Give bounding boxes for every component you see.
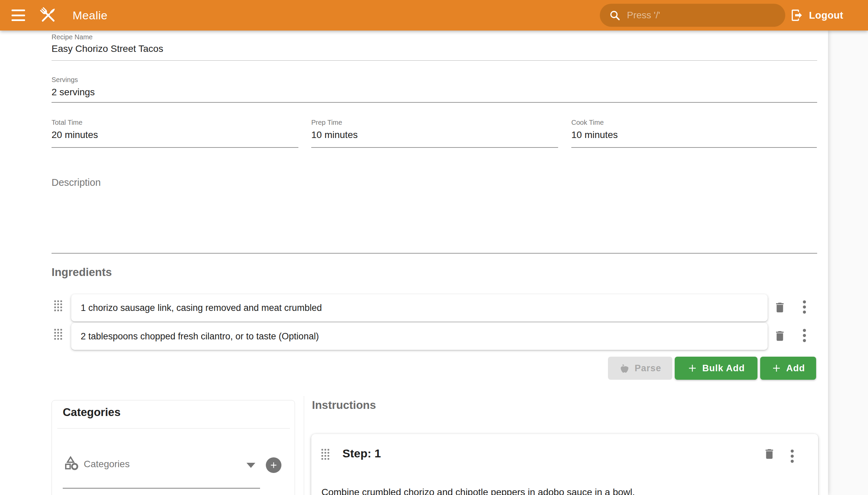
categories-select-underline bbox=[63, 488, 260, 489]
prep-time-label: Prep Time bbox=[311, 119, 342, 126]
logout-label: Logout bbox=[809, 10, 843, 21]
recipe-editor-card: Recipe Name Easy Chorizo Street Tacos Se… bbox=[0, 31, 828, 495]
drag-handle-icon[interactable] bbox=[54, 329, 62, 340]
search-input[interactable]: Press '/' bbox=[600, 4, 785, 27]
add-ingredient-button[interactable]: Add bbox=[760, 357, 816, 380]
step-card: Step: 1 Combine crumbled chorizo and chi… bbox=[311, 434, 818, 495]
cook-time-label: Cook Time bbox=[571, 119, 604, 126]
bulk-add-label: Bulk Add bbox=[702, 363, 745, 374]
description-underline bbox=[52, 253, 817, 254]
ingredient-input[interactable]: 2 tablespoons chopped fresh cilantro, or… bbox=[71, 323, 768, 350]
total-time-label: Total Time bbox=[52, 119, 82, 126]
parse-button[interactable]: Parse bbox=[608, 357, 673, 380]
logout-button[interactable]: Logout bbox=[790, 0, 843, 31]
menu-bar bbox=[12, 10, 25, 11]
instructions-header: Instructions bbox=[312, 399, 376, 412]
app-bar: Mealie Press '/' Logout bbox=[0, 0, 868, 31]
drag-handle-icon[interactable] bbox=[54, 301, 62, 311]
menu-bar bbox=[12, 15, 25, 16]
column-divider bbox=[304, 396, 304, 495]
bulk-add-button[interactable]: Bulk Add bbox=[675, 357, 758, 380]
categories-card: Categories Categories bbox=[52, 400, 295, 495]
servings-label: Servings bbox=[52, 76, 78, 84]
add-category-button[interactable] bbox=[266, 457, 282, 473]
trash-icon bbox=[763, 447, 776, 460]
ingredient-menu-button[interactable] bbox=[802, 299, 807, 315]
page: Mealie Press '/' Logout Recipe Name Easy… bbox=[0, 0, 868, 495]
trash-icon bbox=[773, 301, 786, 314]
total-time-underline bbox=[52, 147, 299, 148]
drag-handle-icon[interactable] bbox=[321, 449, 329, 460]
step-title: Step: 1 bbox=[342, 447, 381, 460]
cook-time-underline bbox=[571, 147, 817, 148]
parse-label: Parse bbox=[635, 363, 662, 374]
plus-icon bbox=[687, 363, 697, 373]
search-placeholder: Press '/' bbox=[627, 10, 660, 21]
menu-bar bbox=[12, 19, 25, 21]
description-label: Description bbox=[52, 177, 101, 188]
delete-ingredient-button[interactable] bbox=[773, 329, 786, 342]
logout-icon bbox=[790, 8, 804, 22]
categories-divider bbox=[57, 428, 290, 429]
ingredient-text: 2 tablespoons chopped fresh cilantro, or… bbox=[81, 331, 319, 342]
prep-time-input[interactable]: 10 minutes bbox=[311, 130, 358, 140]
mealie-logo-icon bbox=[37, 4, 59, 26]
ingredients-header: Ingredients bbox=[52, 266, 112, 279]
total-time-input[interactable]: 20 minutes bbox=[52, 130, 98, 140]
ingredient-input[interactable]: 1 chorizo sausage link, casing removed a… bbox=[71, 294, 768, 321]
description-textarea[interactable] bbox=[52, 190, 817, 251]
add-label: Add bbox=[786, 363, 805, 374]
shapes-icon bbox=[63, 455, 79, 471]
app-title: Mealie bbox=[72, 0, 107, 31]
search-icon bbox=[609, 9, 621, 21]
ingredient-text: 1 chorizo sausage link, casing removed a… bbox=[81, 303, 322, 313]
menu-icon[interactable] bbox=[12, 9, 26, 22]
ingredient-menu-button[interactable] bbox=[802, 327, 807, 343]
plus-icon bbox=[771, 363, 782, 373]
servings-input[interactable]: 2 servings bbox=[52, 87, 95, 98]
recipe-name-input[interactable]: Easy Chorizo Street Tacos bbox=[52, 44, 163, 54]
servings-underline bbox=[52, 102, 817, 103]
delete-step-button[interactable] bbox=[763, 447, 776, 460]
cook-time-input[interactable]: 10 minutes bbox=[571, 130, 618, 140]
prep-time-underline bbox=[311, 147, 558, 148]
recipe-name-label: Recipe Name bbox=[52, 33, 92, 41]
categories-title: Categories bbox=[63, 406, 121, 419]
delete-ingredient-button[interactable] bbox=[773, 301, 786, 314]
chevron-down-icon[interactable] bbox=[246, 463, 255, 468]
trash-icon bbox=[773, 329, 786, 342]
step-menu-button[interactable] bbox=[789, 448, 795, 464]
categories-select[interactable]: Categories bbox=[84, 459, 130, 470]
step-text-input[interactable]: Combine crumbled chorizo and chipotle pe… bbox=[321, 487, 803, 495]
plus-icon bbox=[269, 460, 278, 470]
apple-icon bbox=[619, 363, 630, 374]
recipe-name-underline bbox=[52, 61, 817, 61]
